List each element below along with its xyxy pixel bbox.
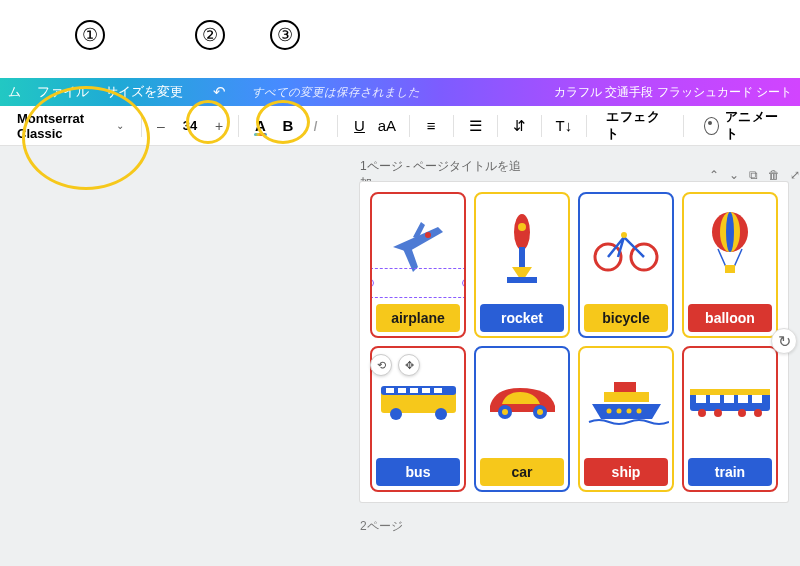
svg-rect-38	[710, 395, 720, 403]
svg-rect-39	[724, 395, 734, 403]
element-toolbar: ⟲ ✥	[370, 354, 420, 376]
car-art	[476, 348, 568, 454]
svg-rect-6	[519, 247, 525, 267]
svg-rect-40	[738, 395, 748, 403]
annotation-1: ①	[75, 20, 105, 50]
bold-button[interactable]: B	[276, 112, 299, 140]
svg-rect-21	[422, 388, 430, 393]
svg-point-42	[698, 409, 706, 417]
font-family-name: Montserrat Classic	[17, 111, 112, 141]
svg-point-43	[714, 409, 722, 417]
card-rocket[interactable]: rocket	[474, 192, 570, 338]
menu-resize[interactable]: サイズを変更	[105, 84, 183, 101]
canvas-area[interactable]: 1ページ - ページタイトルを追加 ⌃ ⌄ ⧉ 🗑 ⤢	[0, 146, 800, 566]
ship-art	[580, 348, 672, 454]
divider	[497, 115, 498, 137]
font-size-increase[interactable]: +	[210, 115, 228, 137]
svg-point-33	[626, 408, 631, 413]
menu-file[interactable]: ファイル	[37, 84, 89, 101]
rocket-art	[476, 194, 568, 300]
svg-point-28	[537, 409, 543, 415]
page-delete-icon[interactable]: 🗑	[768, 168, 780, 182]
document-title[interactable]: カラフル 交通手段 フラッシュカード シート	[554, 84, 792, 101]
svg-point-11	[621, 232, 627, 238]
train-art	[684, 348, 776, 454]
regenerate-button[interactable]: ↻	[771, 328, 797, 354]
svg-point-34	[636, 408, 641, 413]
svg-point-31	[606, 408, 611, 413]
card-label[interactable]: car	[480, 458, 564, 486]
card-label[interactable]: train	[688, 458, 772, 486]
text-toolbar: Montserrat Classic ⌄ – 34 + A B I U aA ≡…	[0, 106, 800, 146]
svg-rect-30	[604, 392, 649, 402]
page-collapse-icon[interactable]: ⌃	[709, 168, 719, 182]
svg-rect-18	[386, 388, 394, 393]
animate-icon	[704, 117, 719, 135]
divider	[586, 115, 587, 137]
vertical-text-button[interactable]: T↓	[552, 112, 575, 140]
svg-rect-15	[725, 265, 735, 273]
text-case-button[interactable]: aA	[375, 112, 398, 140]
divider	[337, 115, 338, 137]
page2-title[interactable]: 2ページ	[360, 518, 403, 535]
svg-point-24	[435, 408, 447, 420]
undo-icon[interactable]: ↶	[213, 83, 226, 101]
svg-point-5	[518, 223, 526, 231]
underline-button[interactable]: U	[348, 112, 371, 140]
align-button[interactable]: ≡	[419, 112, 442, 140]
page-duplicate-icon[interactable]: ⧉	[749, 168, 758, 182]
svg-rect-36	[690, 389, 770, 395]
svg-point-32	[616, 408, 621, 413]
divider	[453, 115, 454, 137]
card-label[interactable]: bus	[376, 458, 460, 486]
svg-point-27	[502, 409, 508, 415]
text-color-button[interactable]: A	[249, 112, 272, 140]
card-label[interactable]: airplane	[376, 304, 460, 332]
move-icon[interactable]: ✥	[398, 354, 420, 376]
sync-icon[interactable]: ⟲	[370, 354, 392, 376]
divider	[141, 115, 142, 137]
card-car[interactable]: car	[474, 346, 570, 492]
font-size-decrease[interactable]: –	[152, 115, 170, 137]
card-label[interactable]: ship	[584, 458, 668, 486]
menu-home[interactable]: ム	[8, 84, 21, 101]
font-family-picker[interactable]: Montserrat Classic ⌄	[10, 106, 131, 146]
svg-point-4	[514, 214, 530, 250]
card-label[interactable]: balloon	[688, 304, 772, 332]
page-1[interactable]: airplane rocket	[360, 182, 788, 502]
menubar: ム ファイル サイズを変更 ↶ すべての変更は保存されました カラフル 交通手段…	[0, 78, 800, 106]
svg-rect-37	[696, 395, 706, 403]
divider	[683, 115, 684, 137]
font-size-value[interactable]: 34	[174, 118, 206, 133]
spacing-button[interactable]: ⇵	[508, 112, 531, 140]
animate-label: アニメート	[725, 109, 780, 143]
page-fullscreen-icon[interactable]: ⤢	[790, 168, 800, 182]
svg-point-3	[425, 232, 431, 238]
text-color-letter: A	[255, 117, 266, 134]
balloon-art	[684, 194, 776, 300]
annotation-3: ③	[270, 20, 300, 50]
annotation-2: ②	[195, 20, 225, 50]
card-train[interactable]: train	[682, 346, 778, 492]
card-airplane[interactable]: airplane	[370, 192, 466, 338]
card-label[interactable]: bicycle	[584, 304, 668, 332]
card-label[interactable]: rocket	[480, 304, 564, 332]
card-bicycle[interactable]: bicycle	[578, 192, 674, 338]
animate-button[interactable]: アニメート	[694, 112, 790, 140]
card-balloon[interactable]: balloon	[682, 192, 778, 338]
annotation-row: ① ② ③	[0, 0, 800, 78]
svg-point-45	[754, 409, 762, 417]
svg-rect-20	[410, 388, 418, 393]
list-button[interactable]: ☰	[464, 112, 487, 140]
effects-button[interactable]: エフェクト	[596, 112, 672, 140]
divider	[409, 115, 410, 137]
divider	[541, 115, 542, 137]
airplane-art	[372, 194, 464, 300]
italic-button[interactable]: I	[304, 112, 327, 140]
card-ship[interactable]: ship	[578, 346, 674, 492]
page-expand-icon[interactable]: ⌄	[729, 168, 739, 182]
svg-rect-8	[507, 277, 537, 283]
divider	[238, 115, 239, 137]
bicycle-art	[580, 194, 672, 300]
font-size-group: – 34 +	[152, 115, 228, 137]
